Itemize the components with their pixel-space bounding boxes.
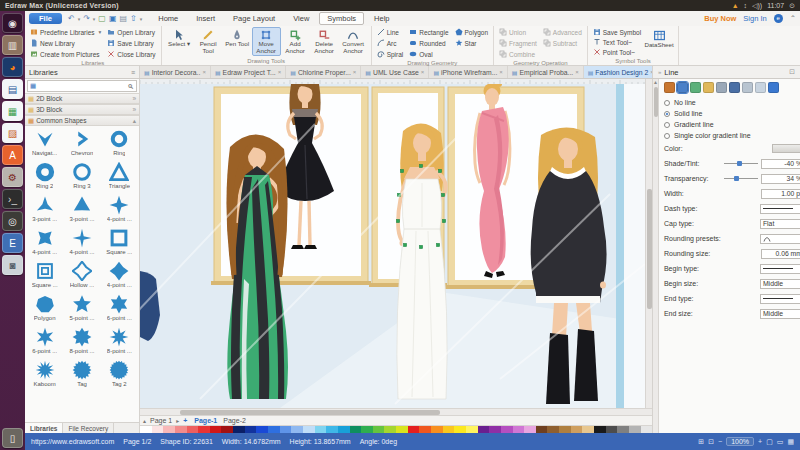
doc-tab-uml-use-case[interactable]: ▤UML Use Case× [361,66,429,78]
zoom-out-button[interactable]: − [718,438,722,445]
color-swatch[interactable] [431,426,443,433]
fragment-button[interactable]: Fragment [497,38,539,48]
shape-tag2[interactable]: Tag 2 [101,358,138,391]
star-button[interactable]: Star [453,38,491,48]
dropdown-rounding-presets[interactable]: ▾ [760,234,800,244]
add-page-button[interactable]: + [183,417,187,424]
shape-star3[interactable]: 3-point ... [26,193,63,226]
edraw-icon[interactable]: E [2,233,23,253]
move-anchor-button[interactable]: Move Anchor [252,27,281,56]
value-rounding-size[interactable]: 0.06 mm [761,249,800,259]
color-swatch[interactable] [175,426,187,433]
library-group-2d-block[interactable]: ▦2D Block» [25,93,139,104]
expand-icon[interactable]: ▴ [133,117,136,125]
radio-gradient-line[interactable]: Gradient line [664,119,800,130]
panel-tab-libraries[interactable]: Libraries [25,423,63,433]
color-swatch[interactable] [373,426,385,433]
canvas-horizontal-scrollbar[interactable] [140,408,652,415]
dropdown-begin-size[interactable]: Middle▾ [760,279,800,289]
color-swatch[interactable] [338,426,350,433]
doc-tab-interior-decora-[interactable]: ▤Interior Decora..× [140,66,211,78]
page-icon[interactable] [742,82,753,93]
spiral-button[interactable]: Spiral [375,49,406,59]
color-swatch[interactable] [478,426,490,433]
library-group-3d-block[interactable]: ▦3D Block» [25,104,139,115]
libreoffice-impress-icon[interactable]: ▨ [2,123,23,143]
system-settings-icon[interactable]: ⚙ [2,167,23,187]
dropdown-cap-type[interactable]: Flat▾ [760,219,800,229]
color-swatch[interactable] [547,426,559,433]
sign-in-link[interactable]: Sign In [743,14,766,23]
shape-ring3[interactable]: Ring 3 [63,160,100,193]
libraries-menu-icon[interactable]: ≡ [131,69,135,76]
polygon-button[interactable]: Polygon [453,27,491,37]
close-tab-icon[interactable]: × [499,69,503,75]
page-tab-page-1[interactable]: Page-1 [191,417,220,424]
menu-tab-insert[interactable]: Insert [188,12,223,25]
new-library-button[interactable]: New Library [28,38,103,48]
shape-chevron[interactable]: Chevron [63,127,100,160]
datasheet-button[interactable]: DataSheet [643,27,675,51]
shape-polygonblob[interactable]: Polygon [26,292,63,325]
page-tab-page-2[interactable]: Page-2 [220,417,249,424]
libreoffice-calc-icon[interactable]: ▦ [2,101,23,121]
figure-green-striped-gown[interactable] [226,134,288,399]
drawing-canvas[interactable] [140,79,652,408]
color-swatch[interactable] [443,426,455,433]
doc-tab-fashion-design-2[interactable]: ▤Fashion Design 2× [584,66,652,78]
shape-squareo[interactable]: Square ... [101,226,138,259]
line-color-swatch[interactable] [772,144,800,153]
fit-page-icon[interactable]: ▢ [766,438,773,446]
color-swatch[interactable] [256,426,268,433]
color-swatch[interactable] [571,426,583,433]
shape-star4d[interactable]: 4-point ... [101,259,138,292]
color-swatch[interactable] [361,426,373,433]
shape-kaboom[interactable]: Kaboom [26,358,63,391]
color-swatch[interactable] [408,426,420,433]
close-tab-icon[interactable]: × [353,69,357,75]
shape-star4c[interactable]: 4-point ... [63,226,100,259]
files-icon[interactable]: ▥ [2,35,23,55]
rounded-button[interactable]: Rounded [407,38,450,48]
document-icon[interactable] [716,82,727,93]
shape-ring[interactable]: Ring [101,127,138,160]
panel-tab-file-recovery[interactable]: File Recovery [63,423,114,433]
color-swatch[interactable] [198,426,210,433]
zoom-in-button[interactable]: + [758,438,762,445]
panel-pin-icon[interactable]: ⊡ [789,68,795,76]
value-transparency[interactable]: 34 % [761,174,800,184]
app-circle-icon[interactable]: ◎ [2,211,23,231]
color-swatch[interactable] [303,426,315,433]
redo-caret-icon[interactable]: ▾ [93,16,96,22]
fullscreen-icon[interactable]: ⊞ [698,438,704,446]
help-icon[interactable] [768,82,779,93]
color-swatch[interactable] [594,426,606,433]
print-icon[interactable]: ▤ [119,14,127,23]
libreoffice-writer-icon[interactable]: ▤ [2,79,23,99]
value-width[interactable]: 1.00 pt [761,189,800,199]
save-icon[interactable]: ▣ [109,14,117,23]
color-swatch[interactable] [559,426,571,433]
select-button[interactable]: Select ▾ [165,27,194,50]
point-tool-button[interactable]: Point Tool~ [591,47,643,57]
color-swatch[interactable] [641,426,653,433]
terminal-icon[interactable]: ›_ [2,189,23,209]
power-icon[interactable]: ⊙ [789,2,795,10]
close-tab-icon[interactable]: × [421,69,425,75]
warning-icon[interactable]: ▲ [732,2,739,9]
search-filter-icon[interactable]: ▦ [30,82,36,90]
figure-white-gown-selected[interactable] [396,123,447,399]
shape-star8b[interactable]: 8-point ... [101,325,138,358]
color-swatch[interactable] [629,426,641,433]
pencil-tool-button[interactable]: Pencil Tool [194,27,223,56]
pen-tool-button[interactable]: Pen Tool [223,27,252,50]
dropdown-end-type[interactable]: ▾ [760,294,800,304]
redo-icon[interactable]: ↷ [83,14,90,23]
color-swatch[interactable] [163,426,175,433]
network-icon[interactable]: ↕ [744,2,748,9]
menu-tab-view[interactable]: View [285,12,317,25]
color-swatch[interactable] [513,426,525,433]
account-icon[interactable]: e [774,14,783,23]
color-swatch[interactable] [187,426,199,433]
search-icon[interactable]: 🔍︎ [128,83,135,90]
